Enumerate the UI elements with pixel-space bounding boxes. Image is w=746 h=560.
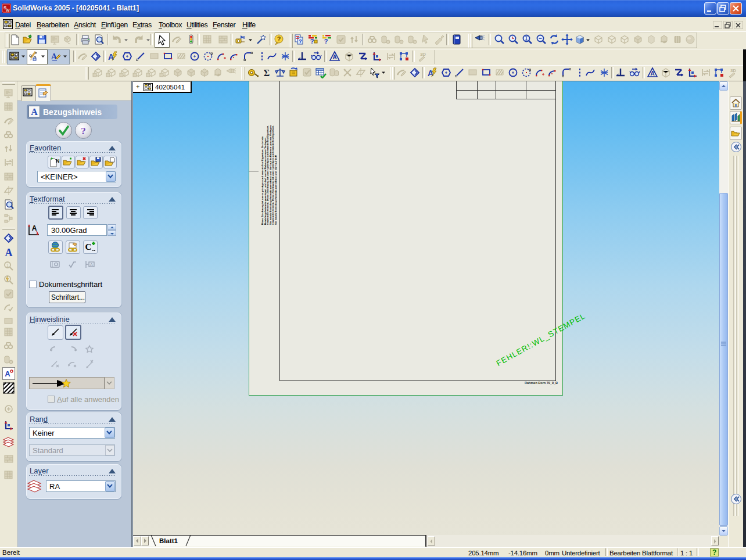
svg-text:1: 1 — [6, 263, 9, 267]
svg-text:A: A — [31, 107, 38, 117]
svg-text:?: ? — [324, 38, 328, 45]
svg-text:A: A — [428, 69, 433, 78]
svg-text:A: A — [108, 52, 114, 62]
svg-text:3D: 3D — [420, 52, 426, 57]
svg-text:C: C — [85, 242, 92, 252]
svg-text:A: A — [51, 52, 58, 61]
svg-text:A: A — [650, 70, 654, 77]
svg-text:?: ? — [299, 38, 302, 44]
svg-text:?: ? — [81, 125, 86, 137]
svg-text:A: A — [32, 224, 37, 232]
svg-text:A: A — [90, 262, 94, 267]
svg-text:A: A — [5, 247, 13, 258]
svg-text:N: N — [56, 158, 60, 164]
svg-text:?: ? — [310, 38, 314, 45]
svg-text:?: ? — [277, 35, 281, 42]
svg-text:A: A — [332, 54, 336, 60]
svg-text:A: A — [5, 369, 10, 378]
svg-text:W: W — [6, 8, 10, 12]
svg-text:3D: 3D — [730, 68, 736, 73]
svg-text:Σ: Σ — [264, 68, 270, 78]
